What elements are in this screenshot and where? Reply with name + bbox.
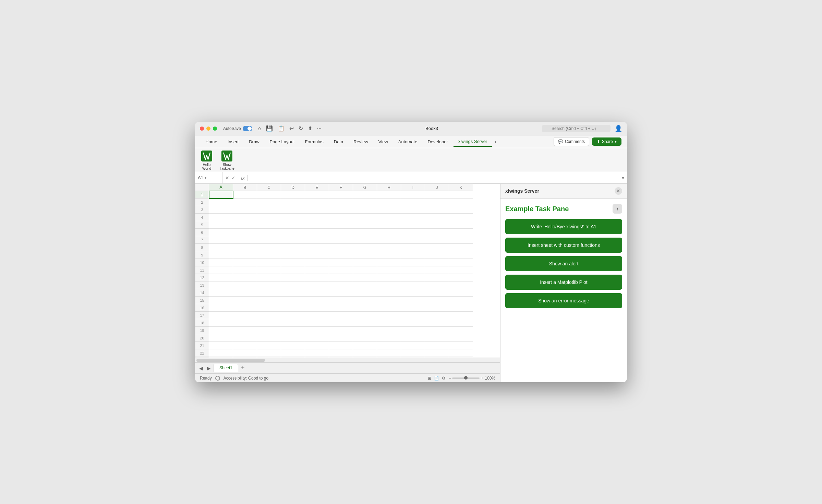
cell-H3[interactable]	[377, 206, 401, 214]
cancel-formula-icon[interactable]: ✕	[225, 175, 229, 181]
cell-F12[interactable]	[329, 274, 353, 281]
cell-C6[interactable]	[257, 229, 281, 236]
cell-G7[interactable]	[353, 236, 377, 244]
cell-K12[interactable]	[449, 274, 473, 281]
col-header-c[interactable]: C	[257, 184, 281, 191]
cell-I4[interactable]	[401, 214, 425, 221]
cell-B16[interactable]	[233, 304, 257, 312]
cell-H23[interactable]	[377, 357, 401, 358]
cell-E10[interactable]	[305, 259, 329, 266]
cell-A12[interactable]	[209, 274, 233, 281]
cell-I6[interactable]	[401, 229, 425, 236]
cell-A19[interactable]	[209, 327, 233, 334]
cell-D7[interactable]	[281, 236, 305, 244]
cell-J22[interactable]	[425, 349, 449, 357]
cell-K11[interactable]	[449, 266, 473, 274]
cell-E11[interactable]	[305, 266, 329, 274]
cell-J8[interactable]	[425, 244, 449, 251]
cell-D1[interactable]	[281, 191, 305, 199]
cell-H10[interactable]	[377, 259, 401, 266]
sheet-nav-prev-icon[interactable]: ◀	[198, 365, 204, 372]
cell-C2[interactable]	[257, 199, 281, 206]
tab-review[interactable]: Review	[349, 137, 373, 146]
cell-I18[interactable]	[401, 319, 425, 327]
cell-H21[interactable]	[377, 342, 401, 349]
more-tabs-icon[interactable]: ›	[493, 137, 498, 146]
cell-I17[interactable]	[401, 312, 425, 319]
taskpane-close-button[interactable]: ✕	[615, 187, 622, 195]
cell-I2[interactable]	[401, 199, 425, 206]
cell-I7[interactable]	[401, 236, 425, 244]
cell-F6[interactable]	[329, 229, 353, 236]
cell-I10[interactable]	[401, 259, 425, 266]
cell-I21[interactable]	[401, 342, 425, 349]
cell-G10[interactable]	[353, 259, 377, 266]
cell-K21[interactable]	[449, 342, 473, 349]
cell-E2[interactable]	[305, 199, 329, 206]
write-hello-button[interactable]: Write 'Hello/Bye xlwings!' to A1	[505, 219, 622, 234]
cell-H1[interactable]	[377, 191, 401, 199]
cell-A1[interactable]	[209, 191, 233, 199]
cell-D20[interactable]	[281, 334, 305, 342]
cell-H14[interactable]	[377, 289, 401, 297]
cell-A9[interactable]	[209, 251, 233, 259]
col-header-g[interactable]: G	[353, 184, 377, 191]
cell-A15[interactable]	[209, 297, 233, 304]
cell-D18[interactable]	[281, 319, 305, 327]
cell-I11[interactable]	[401, 266, 425, 274]
cell-E17[interactable]	[305, 312, 329, 319]
cell-A22[interactable]	[209, 349, 233, 357]
cell-C8[interactable]	[257, 244, 281, 251]
cell-A10[interactable]	[209, 259, 233, 266]
cell-C15[interactable]	[257, 297, 281, 304]
tab-view[interactable]: View	[374, 137, 393, 146]
save-icon[interactable]: 💾	[266, 125, 273, 132]
cell-H16[interactable]	[377, 304, 401, 312]
cell-D13[interactable]	[281, 281, 305, 289]
cell-D10[interactable]	[281, 259, 305, 266]
autosave-toggle[interactable]	[243, 126, 252, 131]
cell-H2[interactable]	[377, 199, 401, 206]
cell-E12[interactable]	[305, 274, 329, 281]
cell-D2[interactable]	[281, 199, 305, 206]
cell-I20[interactable]	[401, 334, 425, 342]
tab-xlwings-server[interactable]: xlwings Server	[454, 137, 492, 147]
cell-G6[interactable]	[353, 229, 377, 236]
cell-B7[interactable]	[233, 236, 257, 244]
cell-K16[interactable]	[449, 304, 473, 312]
cell-G8[interactable]	[353, 244, 377, 251]
col-header-a[interactable]: A	[209, 184, 233, 191]
col-header-i[interactable]: I	[401, 184, 425, 191]
cell-F8[interactable]	[329, 244, 353, 251]
cell-A23[interactable]	[209, 357, 233, 358]
cell-F7[interactable]	[329, 236, 353, 244]
page-view-icon[interactable]: 📄	[434, 376, 439, 381]
cell-A16[interactable]	[209, 304, 233, 312]
cell-A6[interactable]	[209, 229, 233, 236]
cell-A7[interactable]	[209, 236, 233, 244]
cell-H11[interactable]	[377, 266, 401, 274]
cell-H17[interactable]	[377, 312, 401, 319]
cell-A4[interactable]	[209, 214, 233, 221]
cell-G19[interactable]	[353, 327, 377, 334]
cell-E16[interactable]	[305, 304, 329, 312]
show-error-button[interactable]: Show an error message	[505, 293, 622, 308]
cell-B23[interactable]	[233, 357, 257, 358]
cell-G21[interactable]	[353, 342, 377, 349]
cell-D16[interactable]	[281, 304, 305, 312]
cell-D19[interactable]	[281, 327, 305, 334]
cell-C10[interactable]	[257, 259, 281, 266]
maximize-button[interactable]	[213, 127, 217, 131]
cell-K17[interactable]	[449, 312, 473, 319]
zoom-minus-icon[interactable]: −	[448, 376, 451, 381]
cell-C7[interactable]	[257, 236, 281, 244]
cell-D3[interactable]	[281, 206, 305, 214]
col-header-j[interactable]: J	[425, 184, 449, 191]
cell-C23[interactable]	[257, 357, 281, 358]
cell-A20[interactable]	[209, 334, 233, 342]
cell-C22[interactable]	[257, 349, 281, 357]
cell-B5[interactable]	[233, 221, 257, 229]
cell-E19[interactable]	[305, 327, 329, 334]
cell-C16[interactable]	[257, 304, 281, 312]
tab-insert[interactable]: Insert	[223, 137, 244, 146]
